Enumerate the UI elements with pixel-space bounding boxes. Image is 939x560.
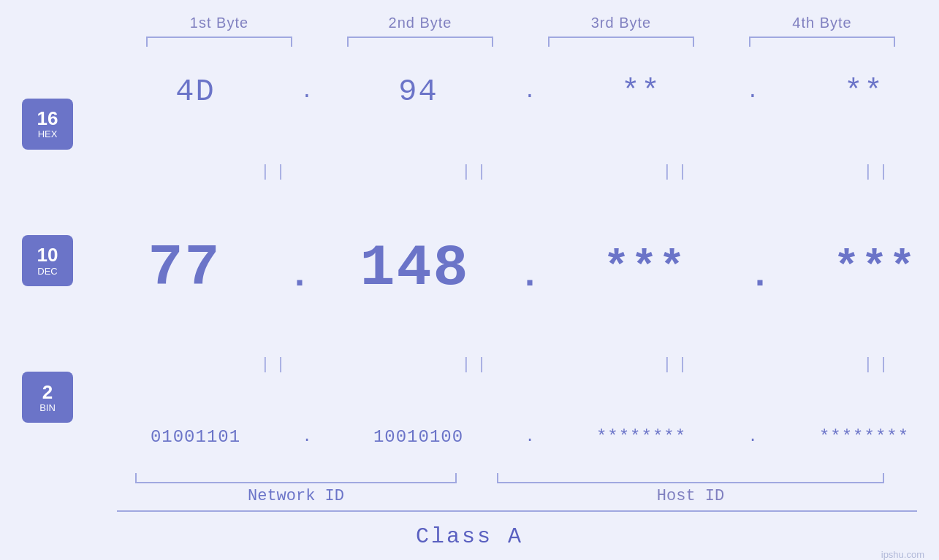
- byte4-header: 4th Byte: [722, 15, 923, 31]
- hex-byte2-value: 94: [318, 74, 519, 110]
- byte3-header: 3rd Byte: [521, 15, 722, 31]
- id-labels-container: Network ID Host ID: [117, 483, 939, 509]
- hex-byte1-cell: 4D: [95, 74, 296, 110]
- network-bracket: [117, 473, 475, 483]
- dec-byte4-value: ***: [775, 243, 939, 293]
- eq2-b1: ||: [175, 354, 376, 375]
- bin-byte2-cell: 10010100: [318, 427, 519, 447]
- class-label: Class A: [416, 524, 523, 549]
- dec-dot1: .: [285, 258, 314, 302]
- main-container: 1st Byte 2nd Byte 3rd Byte 4th Byte 16 H…: [0, 0, 939, 560]
- bin-byte3-cell: ********: [541, 427, 742, 447]
- host-bracket-line: [497, 473, 884, 483]
- hex-badge-num: 16: [37, 108, 58, 129]
- bracket-byte4: [722, 35, 923, 48]
- bin-data-row: 01001101 . 10010100 . ******** . *******…: [80, 427, 939, 447]
- dec-dot2: .: [515, 258, 544, 302]
- hex-dot1: .: [296, 80, 318, 103]
- host-id-label: Host ID: [475, 483, 906, 509]
- hex-badge: 16 HEX: [22, 99, 73, 150]
- equals-row-1: || || || ||: [80, 161, 939, 183]
- dec-dot3: .: [745, 258, 775, 302]
- eq2-b2: ||: [376, 354, 577, 375]
- bin-dot3: .: [742, 428, 764, 446]
- dec-byte3-value: ***: [544, 243, 745, 293]
- dec-badge-num: 10: [37, 245, 58, 266]
- bin-byte4-cell: ********: [764, 427, 939, 447]
- bin-byte2-value: 10010100: [318, 427, 519, 447]
- eq1-b3: ||: [577, 161, 778, 183]
- class-row: Class A ipshu.com: [0, 513, 939, 560]
- watermark: ipshu.com: [881, 549, 924, 560]
- network-id-label: Network ID: [117, 483, 475, 509]
- equals-row-2: || || || ||: [80, 354, 939, 375]
- network-bracket-line: [135, 473, 457, 483]
- bracket-byte3-inner: [548, 37, 694, 47]
- hex-byte3-value: **: [541, 74, 742, 110]
- hex-byte1-value: 4D: [95, 74, 296, 110]
- bracket-byte4-inner: [749, 37, 895, 47]
- bottom-full-line: [117, 510, 917, 512]
- hex-byte4-cell: **: [764, 74, 939, 110]
- bracket-byte3: [521, 35, 722, 48]
- bracket-byte1-inner: [146, 37, 292, 47]
- bin-byte1-value: 01001101: [95, 427, 296, 447]
- eq1-b4: ||: [778, 161, 939, 183]
- eq1-b1: ||: [175, 161, 376, 183]
- bin-dot2: .: [519, 428, 541, 446]
- bracket-byte1: [119, 35, 320, 48]
- bin-byte4-value: ********: [764, 427, 939, 447]
- hex-byte2-cell: 94: [318, 74, 519, 110]
- bin-dot1: .: [296, 428, 318, 446]
- dec-byte4-cell: ***: [775, 243, 939, 293]
- bottom-bracket-container: [117, 473, 939, 483]
- dec-badge-label: DEC: [37, 266, 57, 277]
- eq2-b4: ||: [778, 354, 939, 375]
- top-bracket-row: [0, 35, 939, 48]
- byte-headers-row: 1st Byte 2nd Byte 3rd Byte 4th Byte: [0, 0, 939, 31]
- bin-byte3-value: ********: [541, 427, 742, 447]
- dec-byte3-cell: ***: [544, 243, 745, 293]
- bin-badge-num: 2: [42, 382, 53, 403]
- badges-column: 16 HEX 10 DEC 2 BIN: [22, 48, 73, 473]
- bracket-byte2: [320, 35, 521, 48]
- dec-byte1-value: 77: [84, 235, 285, 302]
- eq1-b2: ||: [376, 161, 577, 183]
- hex-dot2: .: [519, 80, 541, 103]
- byte2-header: 2nd Byte: [320, 15, 521, 31]
- bin-badge-label: BIN: [39, 402, 56, 413]
- bin-badge: 2 BIN: [22, 372, 73, 423]
- dec-badge: 10 DEC: [22, 235, 73, 286]
- hex-dot3: .: [742, 80, 764, 103]
- hex-byte4-value: **: [764, 74, 939, 110]
- host-bracket: [475, 473, 906, 483]
- dec-byte2-value: 148: [314, 235, 515, 302]
- hex-badge-label: HEX: [38, 129, 58, 139]
- eq2-b3: ||: [577, 354, 778, 375]
- hex-data-row: 4D . 94 . ** . **: [80, 74, 939, 110]
- bottom-line-container: [0, 510, 939, 512]
- dec-data-row: 77 . 148 . *** . ***: [80, 235, 939, 302]
- bin-byte1-cell: 01001101: [95, 427, 296, 447]
- hex-byte3-cell: **: [541, 74, 742, 110]
- byte1-header: 1st Byte: [119, 15, 320, 31]
- dec-byte1-cell: 77: [84, 235, 285, 302]
- bracket-byte2-inner: [347, 37, 493, 47]
- dec-byte2-cell: 148: [314, 235, 515, 302]
